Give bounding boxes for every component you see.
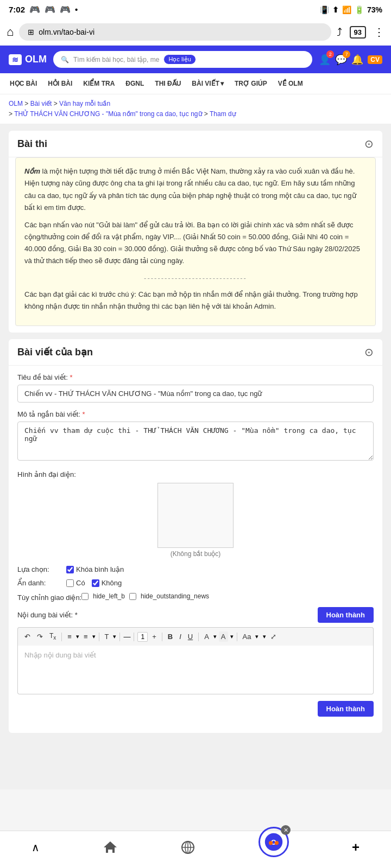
time: 7:02 — [9, 5, 25, 14]
font-chevron[interactable]: ▾ — [113, 633, 116, 640]
svg-point-8 — [275, 841, 279, 845]
font-button[interactable]: T — [103, 631, 111, 642]
font-color-chevron[interactable]: ▾ — [213, 633, 217, 640]
breadcrumb-thu-thach[interactable]: THỬ THÁCH VĂN CHƯƠNG - "Mùa nồm" trong c… — [14, 110, 202, 118]
app-icon: 🎮 — [60, 4, 71, 15]
dash-button[interactable]: — — [123, 633, 130, 641]
highlight-button[interactable]: A — [219, 631, 228, 642]
clear-format-button[interactable]: Tx — [47, 631, 58, 642]
undo-button[interactable]: ↶ — [22, 631, 33, 642]
hoc-lieu-button[interactable]: Học liệu — [163, 54, 196, 65]
align-justify-button[interactable]: ≡ — [81, 631, 90, 642]
hide-left-checkbox[interactable] — [81, 593, 89, 600]
dot-icon: • — [75, 5, 78, 14]
chat-icon[interactable]: 💬 7 — [335, 54, 347, 66]
center-close-icon[interactable]: ✕ — [281, 825, 291, 835]
svg-point-7 — [269, 841, 273, 845]
url-bar[interactable]: ⊞ olm.vn/tao-bai-vi — [19, 23, 331, 41]
italic-button[interactable]: I — [177, 631, 184, 642]
noi-dung-label: Nội dung bài viết: * — [17, 611, 78, 619]
wifi-icon: 📶 — [342, 5, 351, 14]
khong-item: Không — [92, 579, 122, 587]
nav-ve-olm[interactable]: VỀ OLM — [273, 73, 308, 94]
nav-tro-giup[interactable]: TRỢ GIÚP — [229, 73, 273, 94]
tab-count[interactable]: 93 — [350, 26, 366, 39]
bai-thi-collapse-icon[interactable]: ⊙ — [364, 137, 374, 150]
url-text: olm.vn/tao-bai-vi — [39, 28, 94, 36]
bell-icon[interactable]: 🔔 — [351, 54, 363, 66]
divider5 — [162, 633, 162, 641]
nav-bai-viet[interactable]: BÀI VIẾT ▾ — [186, 73, 229, 94]
align-left-button[interactable]: ≡ — [65, 631, 74, 642]
plus-button[interactable]: + — [352, 840, 360, 855]
image-upload-box[interactable] — [157, 483, 234, 548]
hide-outstanding-label: hide_outstanding_news — [141, 592, 209, 600]
nav-menu: HỌC BÀI HỎI BÀI KIỂM TRA ĐGNL THI ĐẤU BÀ… — [0, 73, 391, 94]
editor-area[interactable]: Nhập nội dung bài viết — [17, 646, 374, 694]
bai-viet-collapse-icon[interactable]: ⊙ — [364, 346, 374, 359]
back-button[interactable]: ∧ — [31, 841, 40, 854]
browser-nav-button[interactable] — [180, 840, 195, 855]
align-chevron[interactable]: ▾ — [76, 633, 79, 640]
bottom-hoan-thanh-row: Hoàn thành — [17, 701, 374, 717]
khoa-binh-luan-label: Khóa bình luận — [76, 565, 124, 573]
tuy-chinh-label: Tùy chỉnh giao diện: — [17, 592, 81, 602]
nav-thi-dau[interactable]: THI ĐẤU — [149, 73, 186, 94]
number-box[interactable]: 1 — [137, 632, 148, 642]
header-icons: 👤 2 💬 7 🔔 CV — [319, 54, 382, 66]
tieu-de-input[interactable] — [17, 385, 374, 403]
share-icon[interactable]: ⤴ — [337, 26, 342, 39]
khoa-binh-luan-checkbox[interactable] — [66, 566, 74, 573]
mo-ta-textarea[interactable]: Chiến vv tham dự cuộc thi - THỬ THÁCH VĂ… — [17, 422, 374, 461]
center-nav-button[interactable]: ✕ O — [258, 827, 289, 857]
hinh-anh-label: Hình ảnh đại diện: — [17, 470, 374, 478]
bottom-nav: ∧ ✕ O + — [0, 831, 391, 868]
cv-badge[interactable]: CV — [368, 55, 382, 64]
bold-button[interactable]: B — [166, 631, 175, 642]
hoan-thanh-bottom-button[interactable]: Hoàn thành — [318, 701, 374, 717]
fullscreen-button[interactable]: ⤢ — [268, 631, 279, 642]
hoan-thanh-top-button[interactable]: Hoàn thành — [318, 607, 374, 623]
breadcrumb-bai-viet[interactable]: Bài viết — [30, 100, 52, 107]
co-checkbox[interactable] — [66, 579, 74, 587]
vibrate-icon: 📳 — [320, 5, 329, 14]
redo-button[interactable]: ↷ — [35, 631, 45, 642]
tuy-chinh-options: hide_left_b hide_outstanding_news — [81, 592, 209, 600]
underline-button[interactable]: U — [186, 631, 195, 642]
home-nav-button[interactable] — [103, 840, 118, 855]
bottom-space — [0, 746, 391, 789]
nav-hoc-bai[interactable]: HỌC BÀI — [4, 73, 42, 94]
menu-icon[interactable]: ⋮ — [374, 25, 384, 39]
search-icon: 🔍 — [61, 56, 69, 63]
khong-checkbox[interactable] — [92, 579, 99, 587]
font-size-chevron[interactable]: ▾ — [255, 633, 258, 640]
nav-kiem-tra[interactable]: KIỂM TRA — [78, 73, 120, 94]
add-button[interactable]: + — [150, 631, 159, 642]
breadcrumb-van-hay[interactable]: Văn hay mỗi tuần — [59, 100, 110, 107]
home-icon[interactable]: ⌂ — [7, 25, 14, 39]
mo-ta-label: Mô tả ngắn bài viết: * — [17, 410, 374, 418]
mo-ta-required: * — [82, 410, 85, 418]
messages-icon[interactable]: 👤 2 — [319, 54, 331, 66]
expand-chevron[interactable]: ▾ — [263, 633, 266, 640]
noi-dung-required: * — [75, 611, 78, 619]
editor-toolbar: ↶ ↷ Tx ≡ ▾ ≡ ▾ T ▾ — 1 + B I U — [17, 627, 374, 645]
svg-marker-0 — [104, 841, 117, 853]
content-label-row: Nội dung bài viết: * Hoàn thành — [17, 607, 374, 623]
khoa-binh-luan-item: Khóa bình luận — [66, 565, 124, 573]
nav-dgnl[interactable]: ĐGNL — [120, 73, 149, 94]
font-color-button[interactable]: A — [202, 631, 211, 642]
hide-outstanding-checkbox[interactable] — [129, 593, 136, 600]
divider-line: ------------------------------ — [24, 272, 367, 284]
font-size-button[interactable]: Aa — [241, 631, 254, 642]
divider1 — [61, 633, 62, 641]
search-bar[interactable]: 🔍 Tìm kiếm bài học, bài tập, me Học liệu — [53, 51, 312, 68]
breadcrumb-tham-du[interactable]: Tham dự — [210, 110, 236, 118]
olm-logo[interactable]: ≋ OLM — [9, 54, 47, 65]
form-section: Tiêu đề bài viết: * Mô tả ngắn bài viết:… — [9, 366, 382, 732]
highlight-chevron[interactable]: ▾ — [230, 633, 234, 640]
nav-hoi-bai[interactable]: HỎI BÀI — [42, 73, 78, 94]
nom-bold: Nồm — [24, 167, 40, 175]
align2-chevron[interactable]: ▾ — [92, 633, 96, 640]
breadcrumb-olm[interactable]: OLM — [9, 100, 23, 107]
